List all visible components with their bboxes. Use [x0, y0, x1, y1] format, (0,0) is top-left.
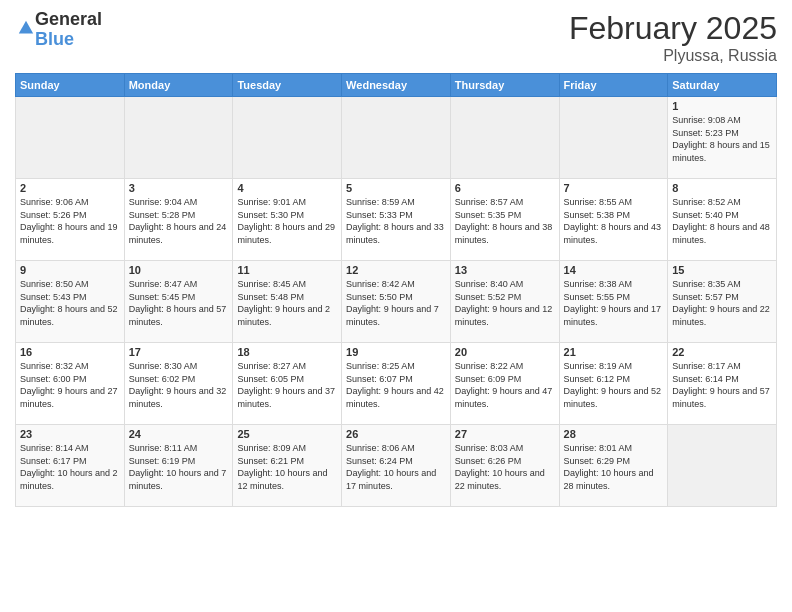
day-info: Sunrise: 9:04 AM Sunset: 5:28 PM Dayligh…: [129, 196, 229, 246]
logo-general: General: [35, 9, 102, 29]
day-number: 3: [129, 182, 229, 194]
location: Plyussa, Russia: [569, 47, 777, 65]
calendar-cell: 19Sunrise: 8:25 AM Sunset: 6:07 PM Dayli…: [342, 343, 451, 425]
day-number: 18: [237, 346, 337, 358]
logo-text: General Blue: [35, 10, 102, 50]
calendar-cell: 5Sunrise: 8:59 AM Sunset: 5:33 PM Daylig…: [342, 179, 451, 261]
day-number: 25: [237, 428, 337, 440]
weekday-header-thursday: Thursday: [450, 74, 559, 97]
day-info: Sunrise: 8:17 AM Sunset: 6:14 PM Dayligh…: [672, 360, 772, 410]
day-info: Sunrise: 8:35 AM Sunset: 5:57 PM Dayligh…: [672, 278, 772, 328]
day-number: 24: [129, 428, 229, 440]
day-info: Sunrise: 8:19 AM Sunset: 6:12 PM Dayligh…: [564, 360, 664, 410]
page: General Blue February 2025 Plyussa, Russ…: [0, 0, 792, 612]
day-number: 2: [20, 182, 120, 194]
calendar-cell: 27Sunrise: 8:03 AM Sunset: 6:26 PM Dayli…: [450, 425, 559, 507]
calendar-week-1: 1Sunrise: 9:08 AM Sunset: 5:23 PM Daylig…: [16, 97, 777, 179]
calendar-cell: 21Sunrise: 8:19 AM Sunset: 6:12 PM Dayli…: [559, 343, 668, 425]
day-number: 20: [455, 346, 555, 358]
calendar-cell: 26Sunrise: 8:06 AM Sunset: 6:24 PM Dayli…: [342, 425, 451, 507]
calendar-cell: 2Sunrise: 9:06 AM Sunset: 5:26 PM Daylig…: [16, 179, 125, 261]
day-number: 11: [237, 264, 337, 276]
calendar-cell: 23Sunrise: 8:14 AM Sunset: 6:17 PM Dayli…: [16, 425, 125, 507]
calendar-cell: 7Sunrise: 8:55 AM Sunset: 5:38 PM Daylig…: [559, 179, 668, 261]
calendar-cell: [124, 97, 233, 179]
calendar: SundayMondayTuesdayWednesdayThursdayFrid…: [15, 73, 777, 507]
day-info: Sunrise: 8:55 AM Sunset: 5:38 PM Dayligh…: [564, 196, 664, 246]
day-info: Sunrise: 9:08 AM Sunset: 5:23 PM Dayligh…: [672, 114, 772, 164]
day-info: Sunrise: 8:40 AM Sunset: 5:52 PM Dayligh…: [455, 278, 555, 328]
day-info: Sunrise: 8:11 AM Sunset: 6:19 PM Dayligh…: [129, 442, 229, 492]
day-number: 21: [564, 346, 664, 358]
calendar-cell: [668, 425, 777, 507]
calendar-cell: 8Sunrise: 8:52 AM Sunset: 5:40 PM Daylig…: [668, 179, 777, 261]
calendar-week-2: 2Sunrise: 9:06 AM Sunset: 5:26 PM Daylig…: [16, 179, 777, 261]
weekday-header-tuesday: Tuesday: [233, 74, 342, 97]
calendar-cell: 18Sunrise: 8:27 AM Sunset: 6:05 PM Dayli…: [233, 343, 342, 425]
calendar-cell: 15Sunrise: 8:35 AM Sunset: 5:57 PM Dayli…: [668, 261, 777, 343]
day-info: Sunrise: 8:27 AM Sunset: 6:05 PM Dayligh…: [237, 360, 337, 410]
calendar-cell: [233, 97, 342, 179]
calendar-cell: 1Sunrise: 9:08 AM Sunset: 5:23 PM Daylig…: [668, 97, 777, 179]
calendar-cell: 22Sunrise: 8:17 AM Sunset: 6:14 PM Dayli…: [668, 343, 777, 425]
weekday-header-wednesday: Wednesday: [342, 74, 451, 97]
day-number: 17: [129, 346, 229, 358]
day-number: 13: [455, 264, 555, 276]
calendar-cell: 6Sunrise: 8:57 AM Sunset: 5:35 PM Daylig…: [450, 179, 559, 261]
day-number: 22: [672, 346, 772, 358]
calendar-cell: 3Sunrise: 9:04 AM Sunset: 5:28 PM Daylig…: [124, 179, 233, 261]
calendar-cell: [559, 97, 668, 179]
weekday-header-saturday: Saturday: [668, 74, 777, 97]
day-info: Sunrise: 8:30 AM Sunset: 6:02 PM Dayligh…: [129, 360, 229, 410]
day-info: Sunrise: 8:59 AM Sunset: 5:33 PM Dayligh…: [346, 196, 446, 246]
calendar-week-3: 9Sunrise: 8:50 AM Sunset: 5:43 PM Daylig…: [16, 261, 777, 343]
month-year: February 2025: [569, 10, 777, 47]
day-info: Sunrise: 8:22 AM Sunset: 6:09 PM Dayligh…: [455, 360, 555, 410]
day-info: Sunrise: 8:32 AM Sunset: 6:00 PM Dayligh…: [20, 360, 120, 410]
day-number: 7: [564, 182, 664, 194]
calendar-cell: 17Sunrise: 8:30 AM Sunset: 6:02 PM Dayli…: [124, 343, 233, 425]
calendar-cell: [16, 97, 125, 179]
logo-blue: Blue: [35, 29, 74, 49]
day-number: 14: [564, 264, 664, 276]
calendar-week-5: 23Sunrise: 8:14 AM Sunset: 6:17 PM Dayli…: [16, 425, 777, 507]
day-info: Sunrise: 8:25 AM Sunset: 6:07 PM Dayligh…: [346, 360, 446, 410]
day-number: 27: [455, 428, 555, 440]
weekday-header-monday: Monday: [124, 74, 233, 97]
day-info: Sunrise: 9:01 AM Sunset: 5:30 PM Dayligh…: [237, 196, 337, 246]
day-info: Sunrise: 8:38 AM Sunset: 5:55 PM Dayligh…: [564, 278, 664, 328]
calendar-cell: 24Sunrise: 8:11 AM Sunset: 6:19 PM Dayli…: [124, 425, 233, 507]
day-number: 19: [346, 346, 446, 358]
day-number: 1: [672, 100, 772, 112]
day-info: Sunrise: 8:03 AM Sunset: 6:26 PM Dayligh…: [455, 442, 555, 492]
logo: General Blue: [15, 10, 102, 50]
weekday-header-friday: Friday: [559, 74, 668, 97]
calendar-cell: 14Sunrise: 8:38 AM Sunset: 5:55 PM Dayli…: [559, 261, 668, 343]
day-number: 6: [455, 182, 555, 194]
calendar-cell: 28Sunrise: 8:01 AM Sunset: 6:29 PM Dayli…: [559, 425, 668, 507]
day-number: 26: [346, 428, 446, 440]
day-number: 28: [564, 428, 664, 440]
day-info: Sunrise: 8:52 AM Sunset: 5:40 PM Dayligh…: [672, 196, 772, 246]
day-info: Sunrise: 8:42 AM Sunset: 5:50 PM Dayligh…: [346, 278, 446, 328]
day-number: 8: [672, 182, 772, 194]
calendar-cell: 13Sunrise: 8:40 AM Sunset: 5:52 PM Dayli…: [450, 261, 559, 343]
day-info: Sunrise: 8:14 AM Sunset: 6:17 PM Dayligh…: [20, 442, 120, 492]
logo-icon: [17, 19, 35, 37]
title-block: February 2025 Plyussa, Russia: [569, 10, 777, 65]
day-info: Sunrise: 8:01 AM Sunset: 6:29 PM Dayligh…: [564, 442, 664, 492]
day-info: Sunrise: 8:50 AM Sunset: 5:43 PM Dayligh…: [20, 278, 120, 328]
calendar-cell: [450, 97, 559, 179]
calendar-header: SundayMondayTuesdayWednesdayThursdayFrid…: [16, 74, 777, 97]
calendar-cell: 12Sunrise: 8:42 AM Sunset: 5:50 PM Dayli…: [342, 261, 451, 343]
day-number: 15: [672, 264, 772, 276]
calendar-body: 1Sunrise: 9:08 AM Sunset: 5:23 PM Daylig…: [16, 97, 777, 507]
day-number: 23: [20, 428, 120, 440]
calendar-cell: [342, 97, 451, 179]
day-number: 5: [346, 182, 446, 194]
day-info: Sunrise: 8:57 AM Sunset: 5:35 PM Dayligh…: [455, 196, 555, 246]
day-info: Sunrise: 8:09 AM Sunset: 6:21 PM Dayligh…: [237, 442, 337, 492]
header: General Blue February 2025 Plyussa, Russ…: [15, 10, 777, 65]
calendar-week-4: 16Sunrise: 8:32 AM Sunset: 6:00 PM Dayli…: [16, 343, 777, 425]
weekday-row: SundayMondayTuesdayWednesdayThursdayFrid…: [16, 74, 777, 97]
